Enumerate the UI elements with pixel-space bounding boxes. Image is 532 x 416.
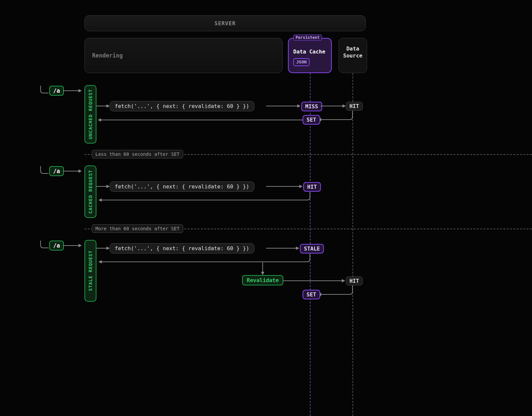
fetch-pill-uncached: fetch('...', { next: { revalidate: 60 } … [110,101,254,111]
source-lane-line [352,73,353,416]
route-hook-icon-3 [40,240,50,250]
arrow-hit-return [97,191,312,205]
arrow-hit-to-set-1 [317,110,354,124]
arrow-hit-to-set-2 [317,285,354,298]
data-source-title: Data Source [339,46,367,59]
svg-marker-19 [78,244,82,247]
svg-marker-26 [261,272,264,275]
data-cache-panel: Persistent Data Cache JSON [288,38,332,73]
fetch-pill-stale: fetch('...', { next: { revalidate: 60 } … [110,243,254,254]
route-hook-icon-2 [40,165,50,175]
svg-marker-12 [78,169,82,173]
route-hook-icon [40,85,50,95]
revalidate-pill: Revalidate [242,275,283,285]
data-cache-title: Data Cache [293,49,327,55]
arrow-bar-to-fetch-1 [96,101,110,111]
svg-marker-21 [106,247,110,250]
svg-marker-10 [98,118,101,122]
arrow-fetch-to-stale [266,243,299,253]
stale-request-bar: STALE REQUEST [84,240,96,302]
route-chip-a: /a [49,86,64,96]
arrow-route-to-bar-2 [63,166,82,176]
hit-pill-source-2: HIT [346,276,363,285]
miss-pill: MISS [301,102,322,111]
divider-less-label: Less than 60 seconds after SET [92,150,183,158]
stale-pill: STALE [300,244,324,254]
arrow-fetch-to-miss [266,101,301,111]
arrow-stale-return [97,253,312,266]
svg-marker-14 [106,185,110,188]
svg-marker-23 [296,247,299,250]
arrow-miss-to-hit [321,101,346,111]
route-chip-a-2: /a [49,166,64,176]
data-source-panel: Data Source [338,38,367,73]
fetch-pill-cached: fetch('...', { next: { revalidate: 60 } … [110,181,254,192]
hit-pill-source-1: HIT [346,102,363,111]
route-chip-a-3: /a [49,241,64,251]
json-chip: JSON [293,58,310,66]
svg-marker-17 [98,198,102,202]
cached-request-bar: CACHED REQUEST [84,165,96,218]
arrow-revalidate-to-hit [283,276,345,286]
divider-more-label: More than 60 seconds after SET [92,224,183,233]
arrow-route-to-bar-3 [63,241,82,251]
arrow-down-to-revalidate [259,262,266,275]
svg-marker-5 [297,104,301,108]
server-panel: SERVER [84,15,366,31]
uncached-request-bar: UNCACHED REQUEST [84,85,96,144]
svg-marker-16 [299,185,303,188]
svg-marker-1 [78,89,82,92]
svg-marker-3 [106,104,110,108]
set-pill-1: SET [303,115,320,125]
svg-marker-24 [98,260,102,263]
svg-marker-28 [342,279,345,282]
svg-marker-7 [342,104,346,108]
arrow-route-to-bar [63,86,82,96]
arrow-bar-to-fetch-3 [96,243,110,253]
set-pill-2: SET [303,290,320,299]
rendering-panel: Rendering [84,38,283,73]
arrow-set-return-1 [97,115,303,125]
persistent-badge: Persistent [293,35,322,41]
hit-pill-cache: HIT [303,182,321,192]
arrow-bar-to-fetch-2 [96,181,110,191]
arrow-fetch-to-hit [266,181,303,191]
